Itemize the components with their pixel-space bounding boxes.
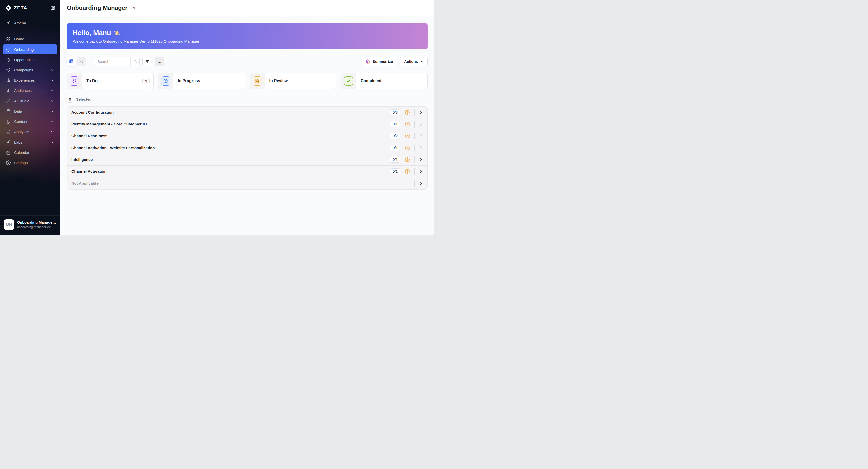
sidebar-item-audiences[interactable]: Audiences: [2, 86, 57, 95]
task-row-channel-activation-website-personalization[interactable]: Channel Activation - Website Personaliza…: [67, 142, 428, 154]
actions-button[interactable]: Actions: [400, 57, 428, 66]
status-card-in-review[interactable]: In Review: [250, 73, 337, 89]
sidebar-item-label: Opportunities: [14, 58, 36, 62]
task-row-intelligence[interactable]: Intelligence 0/1: [67, 154, 428, 166]
sidebar-item-label: Home: [14, 37, 24, 41]
listchecks-icon: [70, 76, 79, 86]
row-divider: [414, 168, 415, 175]
row-divider: [414, 156, 415, 163]
chevron-down-icon: [420, 60, 424, 63]
sidebar-item-home[interactable]: Home: [2, 34, 57, 44]
analytics-icon: [6, 129, 11, 134]
greeting-text: Hello, Manu: [73, 29, 111, 37]
summarize-button[interactable]: Summarize: [362, 57, 397, 66]
board-view-toggle[interactable]: [67, 57, 76, 66]
status-card-completed[interactable]: Completed: [341, 73, 428, 89]
status-card-strip: [158, 73, 173, 89]
search-button[interactable]: [130, 57, 140, 66]
task-row-actions: 0/3: [390, 109, 423, 116]
sidebar-item-label: Experiences: [14, 78, 35, 83]
chevron-down-icon: [50, 120, 54, 123]
sidebar-nav: HomeOnboardingOpportunitiesCampaignsExpe…: [0, 31, 60, 215]
page-title-count-badge: 9: [131, 4, 137, 11]
task-row-not-applicable[interactable]: Not Applicable: [67, 178, 428, 189]
warning-icon: [405, 121, 410, 127]
status-card-to-do[interactable]: To Do9: [67, 73, 154, 89]
sidebar-item-content[interactable]: Content: [2, 117, 57, 126]
sidebar-item-label: Campaigns: [14, 68, 33, 72]
workspace-switcher[interactable]: ON Onboarding Manager D… onboarding-mana…: [0, 215, 60, 234]
chevron-right-icon[interactable]: [419, 146, 423, 150]
more-options-button[interactable]: ...: [155, 57, 164, 66]
collapse-icon: [50, 5, 55, 10]
sidebar-item-ai-studio[interactable]: AI Studio: [2, 96, 57, 106]
filter-button[interactable]: [143, 57, 152, 66]
docsearch-icon: [253, 76, 262, 86]
sidebar-item-label: Audiences: [14, 89, 32, 93]
brand-name: ZETA: [14, 5, 27, 10]
sidebar-item-analytics[interactable]: Analytics: [2, 127, 57, 137]
clock-icon: [161, 76, 170, 86]
sidebar-item-labs[interactable]: Labs: [2, 137, 57, 147]
task-row-identity-management-core-customer-id[interactable]: Identity Management - Core Customer ID 0…: [67, 118, 428, 130]
sidebar-item-data[interactable]: Data: [2, 106, 57, 116]
warning-icon: [405, 157, 410, 162]
status-card-in-progress[interactable]: In Progress: [158, 73, 245, 89]
send-icon: [6, 68, 11, 73]
chevron-right-icon[interactable]: [419, 110, 423, 114]
calendar-icon: [6, 150, 11, 155]
row-divider: [414, 109, 415, 116]
home-icon: [6, 37, 11, 42]
sidebar-item-opportunities[interactable]: Opportunities: [2, 55, 57, 65]
sidebar-collapse-button[interactable]: [50, 5, 56, 11]
sidebar-item-experiences[interactable]: Experiences: [2, 75, 57, 85]
sidebar-item-calendar[interactable]: Calendar: [2, 148, 57, 157]
task-progress-badge: 0/2: [390, 133, 400, 139]
task-title: Account Configuration: [71, 110, 114, 115]
sitemap-icon: [6, 78, 11, 83]
welcome-greeting: Hello, Manu: [73, 29, 422, 37]
row-divider: [414, 180, 415, 187]
sidebar-item-settings[interactable]: Settings: [2, 158, 57, 168]
task-row-actions: 0/1: [390, 145, 423, 151]
sidebar-item-label: Analytics: [14, 130, 29, 134]
chevron-right-icon[interactable]: [419, 182, 423, 186]
task-row-channel-activation[interactable]: Channel Activation 0/1: [67, 166, 428, 178]
app-window: ZETA Athena HomeOnboardingOpportunitiesC…: [0, 0, 434, 234]
board-view-icon: [69, 59, 74, 64]
sidebar-item-onboarding[interactable]: Onboarding: [2, 44, 57, 54]
chevron-down-icon: [50, 130, 54, 134]
chevron-right-icon[interactable]: [419, 158, 423, 162]
chevron-right-icon[interactable]: [419, 122, 423, 126]
actions-label: Actions: [404, 59, 418, 64]
list-view-icon: [79, 59, 84, 64]
filter-icon: [145, 59, 150, 64]
compass-icon: [6, 47, 11, 52]
status-card-label: Completed: [361, 79, 381, 83]
search-input[interactable]: [94, 57, 130, 66]
task-row-account-configuration[interactable]: Account Configuration 0/3: [67, 106, 428, 118]
task-list: Account Configuration 0/3 Identity Manag…: [67, 106, 428, 189]
workspace-slug: onboarding-manager-demo-…: [17, 225, 56, 229]
audiences-icon: [6, 88, 11, 93]
chevron-down-icon: [50, 140, 54, 144]
check-icon: [344, 76, 353, 86]
chevron-right-icon[interactable]: [419, 134, 423, 138]
task-progress-badge: 0/3: [390, 110, 400, 115]
sidebar-item-athena[interactable]: Athena: [2, 18, 57, 28]
status-card-strip: [67, 73, 82, 89]
task-title: Intelligence: [71, 157, 93, 162]
row-divider: [414, 133, 415, 139]
task-row-channel-readiness[interactable]: Channel Readiness 0/2: [67, 130, 428, 142]
row-divider: [414, 121, 415, 128]
warning-icon: [405, 169, 410, 174]
sidebar-item-label: Onboarding: [14, 47, 34, 52]
main-area: Onboarding Manager 9 Hello, Manu Welcome…: [60, 0, 434, 234]
status-card-strip: [250, 73, 265, 89]
chevron-right-icon[interactable]: [419, 169, 423, 174]
sidebar-item-campaigns[interactable]: Campaigns: [2, 65, 57, 75]
warning-icon: [405, 145, 410, 151]
summarize-ai-icon: [366, 59, 370, 64]
chevron-down-icon: [50, 79, 54, 82]
list-view-toggle[interactable]: [76, 57, 86, 66]
